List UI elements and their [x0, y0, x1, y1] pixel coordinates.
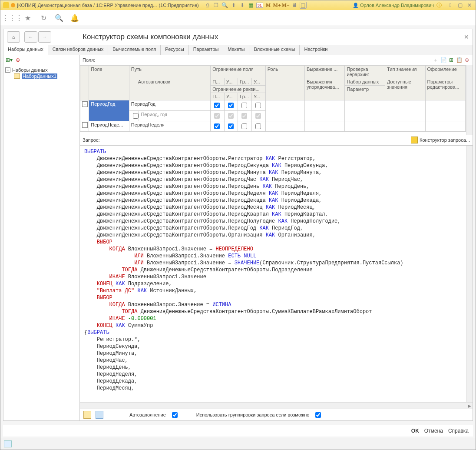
col-valtype[interactable]: Тип значения [385, 66, 426, 78]
back-button[interactable]: ← [24, 31, 37, 43]
tab-params[interactable]: Параметры [189, 45, 224, 55]
cell-path-0[interactable]: ПериодГод [129, 100, 210, 111]
m-plus-button[interactable]: M+ [274, 2, 281, 9]
tab-nested[interactable]: Вложенные схемы [249, 45, 300, 55]
col-p1[interactable]: П... [211, 78, 225, 86]
info-icon[interactable]: ⓘ [436, 2, 443, 9]
cell-auto-0[interactable] [139, 111, 211, 121]
cell-c1-1[interactable] [211, 121, 225, 132]
cell-c3-1[interactable] [238, 121, 252, 132]
close-panel-button[interactable]: ✕ [464, 33, 469, 40]
grid-scrollbar[interactable] [466, 65, 473, 135]
apps-icon[interactable]: ⋮⋮⋮ [8, 14, 16, 22]
col-path[interactable]: Путь [129, 66, 210, 78]
bell-icon[interactable]: 🔔 [71, 14, 79, 22]
autofill-checkbox[interactable] [172, 412, 178, 418]
cell-c2-1[interactable] [224, 121, 238, 132]
datasets-tree[interactable]: − Наборы данных НаборДанных1 [3, 65, 79, 420]
col-hier[interactable]: Проверка иерархии: [345, 66, 385, 78]
print-icon[interactable]: ⎙ [204, 2, 211, 9]
col-gr1[interactable]: Гр... [238, 78, 252, 86]
user-label[interactable]: 👤 Орлов Александр Владимирович [353, 3, 434, 8]
calendar-icon[interactable]: 31 [256, 2, 263, 9]
titlebar-tool-icons: ⎙ ❐ 🔍 ⬆ ⬇ ▦ 31 M M+ M− 🖩 ◫ [204, 2, 307, 9]
col-editparam[interactable]: Параметры редактирова... [425, 78, 466, 100]
field-sheet-icon[interactable]: 📄 [440, 57, 446, 63]
tab-links[interactable]: Связи наборов данных [48, 45, 109, 55]
tab-templates[interactable]: Макеты [223, 45, 249, 55]
star-icon[interactable]: ★ [24, 14, 32, 22]
col-autohdr[interactable]: Автозаголовок [129, 78, 210, 100]
col-hier-param[interactable]: Параметр [345, 86, 385, 100]
scroll-right-arrow[interactable]: ▶ [466, 403, 473, 409]
col-hier-set[interactable]: Набор данных [345, 78, 385, 86]
fields-grid[interactable]: Поле Путь Ограничение поля Роль Выражени… [80, 65, 473, 135]
col-expr-ord[interactable]: Выражения упорядочива... [304, 78, 345, 100]
cell-c1-0[interactable] [211, 100, 225, 111]
col-design[interactable]: Оформление [425, 66, 466, 78]
field-delete-icon[interactable]: ⊖ [464, 57, 470, 63]
row-toggle[interactable]: − [80, 100, 89, 121]
search-doc-icon[interactable]: 🔍 [221, 2, 228, 9]
col-u1b[interactable]: У... [251, 78, 265, 86]
tree-root[interactable]: − Наборы данных [5, 67, 78, 73]
tab-calc[interactable]: Вычисляемые поля [108, 45, 161, 55]
col-p2[interactable]: П... [211, 93, 225, 100]
col-field[interactable]: Поле [89, 66, 129, 100]
query-textarea[interactable]: ВЫБРАТЬ ДвиженияДенежныеСредстваКонтраге… [80, 145, 473, 409]
col-u2[interactable]: У... [224, 93, 238, 100]
status-icon[interactable] [4, 440, 12, 447]
tab-datasets[interactable]: Наборы данных [3, 45, 48, 55]
fields-label: Поля: [83, 57, 95, 63]
collapse-icon[interactable]: − [5, 67, 10, 73]
col-u1[interactable]: У... [224, 78, 238, 86]
field-add-icon[interactable]: ⊞ [448, 57, 454, 63]
col-role[interactable]: Роль [265, 66, 304, 100]
query-code[interactable]: ВЫБРАТЬ ДвиженияДенежныеСредстваКонтраге… [84, 148, 468, 392]
cell-c4-0[interactable] [251, 100, 265, 111]
search-icon[interactable]: 🔍 [55, 14, 63, 22]
cell-c3-0[interactable] [238, 100, 252, 111]
col-expr[interactable]: Выражение ... [304, 66, 345, 78]
minimize-button[interactable]: 􀅽 [447, 2, 454, 9]
cell-c4-1[interactable] [251, 121, 265, 132]
calc-icon[interactable]: 🖩 [291, 2, 298, 9]
cell-field-0[interactable]: ПериодГод [89, 100, 129, 121]
m-minus-button[interactable]: M− [282, 2, 289, 9]
cell-auto-chk-0[interactable] [129, 111, 139, 121]
layout-icon[interactable]: ◫ [300, 2, 307, 9]
add-dataset-icon[interactable]: ⊞▾ [6, 57, 12, 63]
ok-button[interactable]: OK [411, 428, 419, 434]
col-u2b[interactable]: У... [251, 93, 265, 100]
home-button[interactable]: ⌂ [7, 31, 20, 43]
col-restr-req[interactable]: Ограничение рекви... [211, 86, 265, 93]
copy-icon[interactable]: ❐ [213, 2, 220, 9]
down-tray-icon[interactable]: ⬇ [239, 2, 246, 9]
tab-settings[interactable]: Настройки [300, 45, 332, 55]
cancel-button[interactable]: Отмена [424, 428, 443, 434]
delete-dataset-icon[interactable]: ⊖ [15, 57, 21, 63]
tab-resources[interactable]: Ресурсы [161, 45, 188, 55]
col-restr-field[interactable]: Ограничение поля [211, 66, 265, 78]
col-gr2[interactable]: Гр... [238, 93, 252, 100]
close-window-button[interactable]: ✕ [466, 2, 473, 9]
up-tray-icon[interactable]: ⬆ [230, 2, 237, 9]
grid-icon[interactable]: ▦ [248, 2, 255, 9]
query-scrollbar-v[interactable] [466, 146, 473, 409]
cell-c2-0[interactable] [224, 100, 238, 111]
help-button[interactable]: Справка [448, 428, 469, 434]
save-file-icon[interactable] [96, 411, 103, 419]
history-icon[interactable]: ↻ [40, 14, 47, 22]
col-avail[interactable]: Доступные значения [385, 78, 426, 100]
query-scrollbar-h[interactable]: ▶ [80, 402, 473, 409]
query-builder-button[interactable]: Конструктор запроса... [411, 137, 470, 143]
use-groupings-checkbox[interactable] [315, 412, 321, 418]
m-button[interactable]: M [265, 2, 272, 9]
maximize-button[interactable]: ▢ [456, 2, 463, 9]
forward-button[interactable]: → [38, 31, 51, 43]
cell-field-1[interactable]: ПериодНеде... [89, 121, 129, 132]
row-toggle-1[interactable]: − [80, 121, 89, 132]
cell-path-1[interactable]: ПериодНеделя [129, 121, 210, 132]
tree-item-dataset1[interactable]: НаборДанных1 [5, 73, 78, 79]
open-file-icon[interactable] [83, 411, 91, 419]
